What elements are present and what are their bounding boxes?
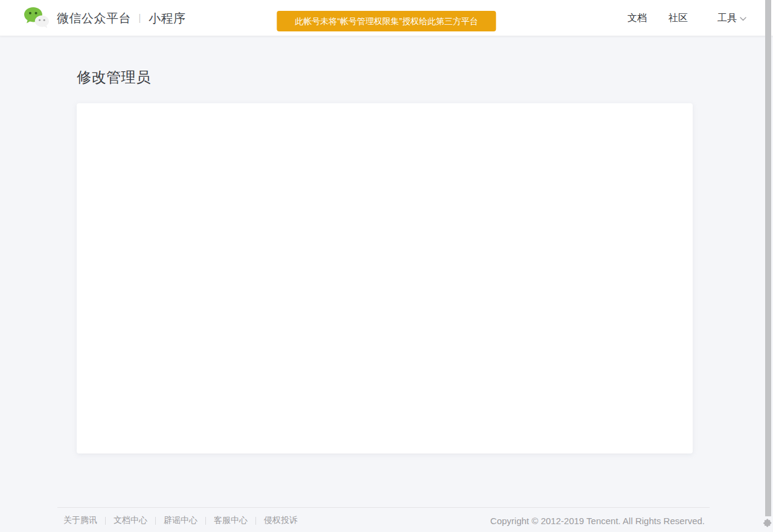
- copyright-text: Copyright © 2012-2019 Tencent. All Right…: [490, 516, 705, 526]
- nav-item-community[interactable]: 社区: [669, 12, 688, 25]
- puzzle-icon: [762, 518, 772, 528]
- footer: 关于腾讯 文档中心 辟谣中心 客服中心 侵权投诉 Copyright © 201…: [57, 507, 710, 526]
- nav-item-docs[interactable]: 文档: [627, 12, 647, 25]
- footer-link-about-tencent[interactable]: 关于腾讯: [63, 515, 97, 526]
- footer-link-doc-center[interactable]: 文档中心: [114, 515, 147, 526]
- brand-title: 微信公众平台: [57, 10, 131, 27]
- content-panel: [77, 103, 693, 453]
- brand-subtitle: 小程序: [149, 10, 186, 27]
- page-title: 修改管理员: [77, 68, 151, 87]
- top-nav: 文档 社区 工具: [606, 0, 746, 36]
- nav-tools-label: 工具: [717, 12, 737, 25]
- nav-community-label: 社区: [669, 12, 688, 25]
- header: 微信公众平台 | 小程序 此帐号未将“帐号管理权限集”授权给此第三方平台 文档 …: [0, 0, 773, 36]
- scrollbar-thumb[interactable]: [765, 0, 771, 516]
- auth-warning-banner: 此帐号未将“帐号管理权限集”授权给此第三方平台: [277, 11, 496, 31]
- footer-link-divider: [155, 517, 156, 525]
- wechat-logo-icon: [23, 6, 50, 30]
- nav-item-tools[interactable]: 工具: [717, 12, 746, 25]
- nav-docs-label: 文档: [627, 12, 647, 25]
- footer-link-divider: [105, 517, 106, 525]
- footer-link-service-center[interactable]: 客服中心: [214, 515, 248, 526]
- scrollbar-track[interactable]: [765, 0, 773, 532]
- footer-link-divider: [255, 517, 256, 525]
- footer-link-infringement-complaint[interactable]: 侵权投诉: [264, 515, 298, 526]
- brand-home-link[interactable]: 微信公众平台 | 小程序: [23, 0, 185, 36]
- brand-separator: |: [139, 12, 141, 24]
- footer-link-divider: [205, 517, 206, 525]
- footer-links: 关于腾讯 文档中心 辟谣中心 客服中心 侵权投诉: [63, 515, 298, 526]
- footer-link-rumor-center[interactable]: 辟谣中心: [164, 515, 197, 526]
- chevron-down-icon: [740, 13, 746, 24]
